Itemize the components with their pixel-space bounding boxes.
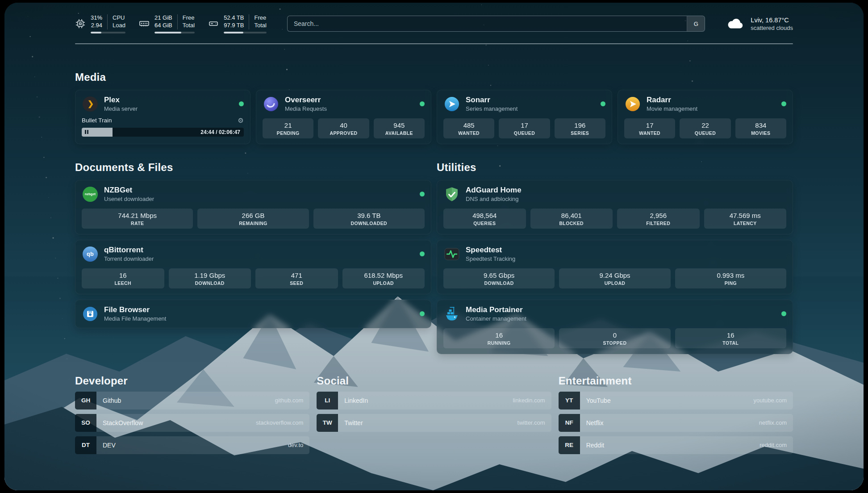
- playback-progress-bar[interactable]: 24:44 / 02:06:47: [82, 128, 244, 137]
- bookmark-name: DEV: [103, 442, 116, 449]
- system-stats: 31%2.94 CPULoad 21 GiB64 GiB F: [75, 14, 267, 33]
- bookmark-github[interactable]: GH Githubgithub.com: [75, 392, 309, 409]
- section-title-documents: Documents & Files: [75, 161, 431, 174]
- portainer-icon: [443, 305, 460, 322]
- service-subtitle: Container management: [466, 315, 526, 322]
- bookmark-name: YouTube: [586, 397, 611, 404]
- stat-upload: 9.24 GbpsUPLOAD: [559, 268, 670, 288]
- service-card-portainer[interactable]: Media Portainer Container management 16R…: [437, 300, 793, 354]
- now-playing-title: Bullet Train: [82, 117, 112, 124]
- status-dot: [601, 101, 605, 106]
- disk-icon: [208, 18, 219, 29]
- stat-blocked: 86,401BLOCKED: [530, 209, 613, 229]
- bookmark-stackoverflow[interactable]: SO StackOverflowstackoverflow.com: [75, 414, 309, 432]
- bookmark-group-social: Social LI LinkedInlinkedin.com TW Twitte…: [317, 375, 551, 432]
- memory-free-value: 21 GiB: [154, 14, 172, 22]
- search-bar: G: [287, 16, 705, 32]
- bookmark-name: Netflix: [586, 419, 604, 426]
- service-card-qbittorrent[interactable]: qb qBittorrent Torrent downloader 16LEEC…: [75, 240, 431, 294]
- search-input[interactable]: [287, 16, 705, 32]
- status-dot: [239, 101, 244, 106]
- radarr-icon: [624, 96, 641, 113]
- bookmark-group-entertainment: Entertainment YT YouTubeyoutube.com NF N…: [559, 375, 793, 454]
- bookmark-abbr: TW: [317, 414, 338, 432]
- speedtest-icon: [443, 246, 460, 263]
- plex-icon: ❯: [82, 96, 99, 113]
- filebrowser-icon: [82, 305, 99, 322]
- section-title-media: Media: [75, 71, 793, 84]
- gear-icon[interactable]: ⚙: [238, 117, 244, 125]
- bookmark-url: reddit.com: [760, 442, 787, 448]
- stat-ping: 0.993 msPING: [675, 268, 786, 288]
- memory-total-value: 64 GiB: [154, 22, 172, 29]
- stat-remaining: 266 GBREMAINING: [197, 209, 309, 229]
- service-name: File Browser: [104, 305, 166, 314]
- stat-movies: 834MOVIES: [735, 118, 786, 138]
- bookmark-name: StackOverflow: [103, 419, 143, 426]
- pause-icon[interactable]: [85, 130, 88, 134]
- nzbget-icon: nzbget: [82, 186, 99, 203]
- bookmark-dev[interactable]: DT DEVdev.to: [75, 436, 309, 454]
- bookmark-linkedin[interactable]: LI LinkedInlinkedin.com: [317, 392, 551, 409]
- service-name: Plex: [104, 96, 138, 104]
- status-dot: [420, 251, 425, 256]
- service-card-filebrowser[interactable]: File Browser Media File Management: [75, 300, 431, 328]
- disk-label-1: Free: [254, 14, 266, 22]
- service-card-plex[interactable]: ❯ Plex Media server Bullet Train ⚙: [75, 90, 250, 144]
- stat-queries: 498,564QUERIES: [443, 209, 526, 229]
- stat-upload: 618.52 MbpsUPLOAD: [342, 268, 425, 288]
- service-subtitle: Media File Management: [104, 315, 166, 322]
- bookmark-url: twitter.com: [517, 419, 545, 426]
- bookmark-url: netflix.com: [759, 419, 787, 426]
- bookmark-url: dev.to: [288, 442, 303, 448]
- bookmark-abbr: LI: [317, 392, 338, 409]
- stat-download: 1.19 GbpsDOWNLOAD: [169, 268, 251, 288]
- disk-progress-bar: [224, 32, 267, 33]
- memory-progress-bar: [154, 32, 195, 33]
- stat-downloaded: 39.6 TBDOWNLOADED: [313, 209, 425, 229]
- bookmark-netflix[interactable]: NF Netflixnetflix.com: [559, 414, 793, 432]
- media-cards: ❯ Plex Media server Bullet Train ⚙: [75, 90, 793, 144]
- cpu-icon: [75, 18, 86, 29]
- bookmark-reddit[interactable]: RE Redditreddit.com: [559, 436, 793, 454]
- bookmark-abbr: GH: [75, 392, 96, 409]
- bookmark-url: stackoverflow.com: [256, 419, 303, 426]
- bookmark-abbr: RE: [559, 436, 580, 454]
- weather-widget[interactable]: Lviv, 16.87°C scattered clouds: [726, 17, 793, 31]
- disk-total-value: 97.9 TB: [224, 22, 244, 29]
- cpu-label-2: Load: [113, 22, 125, 29]
- service-name: Speedtest: [466, 246, 515, 255]
- sonarr-icon: [443, 96, 460, 113]
- service-subtitle: Series management: [466, 105, 517, 112]
- search-engine-button[interactable]: G: [687, 16, 705, 31]
- stat-wanted: 485WANTED: [443, 118, 494, 138]
- bookmark-youtube[interactable]: YT YouTubeyoutube.com: [559, 392, 793, 409]
- bookmark-abbr: YT: [559, 392, 580, 409]
- status-dot: [420, 311, 425, 316]
- stat-running: 16RUNNING: [443, 328, 555, 348]
- service-name: NZBGet: [104, 186, 154, 195]
- overseerr-icon: [263, 96, 280, 113]
- service-card-overseerr[interactable]: Overseerr Media Requests 21PENDING 40APP…: [256, 90, 431, 144]
- plex-now-playing: Bullet Train ⚙ 24:44 / 02:06:47: [82, 117, 244, 137]
- bookmark-twitter[interactable]: TW Twittertwitter.com: [317, 414, 551, 432]
- status-dot: [420, 192, 425, 196]
- cpu-progress-bar: [91, 32, 125, 33]
- service-card-nzbget[interactable]: nzbget NZBGet Usenet downloader 744.21 M…: [75, 180, 431, 234]
- bookmark-abbr: DT: [75, 436, 96, 454]
- service-card-radarr[interactable]: Radarr Movie management 17WANTED 22QUEUE…: [618, 90, 793, 144]
- service-subtitle: Torrent downloader: [104, 255, 154, 262]
- dashboard-screen: 31%2.94 CPULoad 21 GiB64 GiB F: [4, 3, 864, 490]
- cpu-label-1: CPU: [113, 14, 125, 22]
- stat-queued: 17QUEUED: [499, 118, 550, 138]
- service-card-adguard[interactable]: AdGuard Home DNS and adblocking 498,564Q…: [437, 180, 793, 234]
- service-card-speedtest[interactable]: Speedtest Speedtest Tracking 9.65 GbpsDO…: [437, 240, 793, 294]
- stat-available: 945AVAILABLE: [374, 118, 425, 138]
- service-card-sonarr[interactable]: Sonarr Series management 485WANTED 17QUE…: [437, 90, 612, 144]
- documents-column: Documents & Files nzbget NZBGet Usenet d…: [75, 161, 431, 328]
- bookmark-name: Twitter: [344, 419, 363, 426]
- memory-widget: 21 GiB64 GiB FreeTotal: [139, 14, 195, 33]
- cpu-widget: 31%2.94 CPULoad: [75, 14, 125, 33]
- service-name: Sonarr: [466, 96, 517, 104]
- stat-rate: 744.21 MbpsRATE: [82, 209, 193, 229]
